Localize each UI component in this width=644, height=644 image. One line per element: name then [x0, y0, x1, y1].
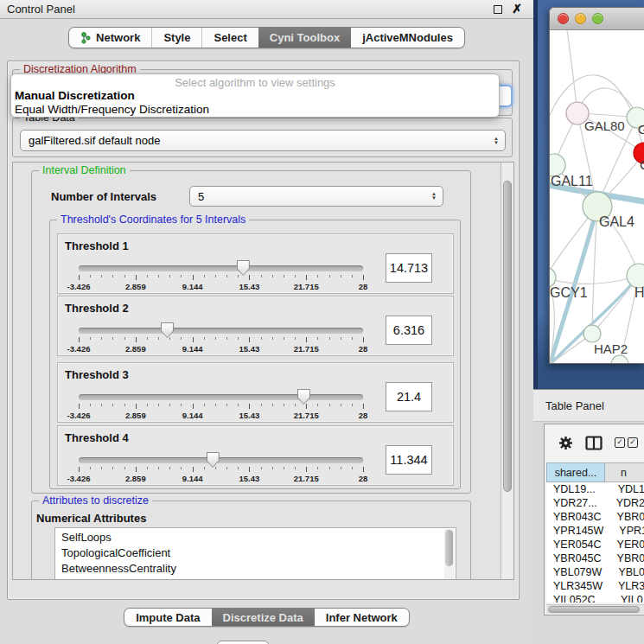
- node-hap2[interactable]: [583, 325, 601, 342]
- thresholds-group-title: Threshold's Coordinates for 5 Intervals: [57, 214, 249, 226]
- table-panel: Table Panel: [533, 389, 644, 644]
- slider-ticks: [79, 275, 363, 282]
- table-row[interactable]: YIL052CYIL0: [546, 593, 644, 603]
- table-row[interactable]: YBR045CYBR0: [546, 552, 644, 565]
- table-header-row: shared... n: [546, 462, 644, 482]
- combo-arrows-icon: ▲▼: [494, 137, 499, 145]
- slider-track[interactable]: [79, 457, 363, 463]
- node-label-gal4: GAL4: [599, 214, 634, 229]
- slider-thumb[interactable]: [161, 322, 174, 338]
- table-row[interactable]: YER054CYER0: [546, 538, 644, 552]
- minimize-traffic-icon[interactable]: [575, 13, 586, 24]
- network-canvas[interactable]: GAL80 GA C GAL11 GAL4 GCY1 H HAP2: [550, 30, 644, 364]
- numerical-attributes-label: Numerical Attributes: [36, 512, 146, 525]
- tab-infer-network[interactable]: Infer Network: [315, 609, 409, 626]
- close-icon[interactable]: ✗: [512, 2, 522, 16]
- tab-select[interactable]: Select: [201, 28, 258, 48]
- tab-network[interactable]: Network: [69, 28, 151, 48]
- float-window-icon[interactable]: [494, 5, 502, 14]
- table-data-group: Table Data galFiltered.sif default node …: [12, 118, 513, 157]
- attribute-item[interactable]: SelfLoops: [55, 530, 443, 545]
- select-rows-icon[interactable]: [628, 437, 638, 448]
- network-window-titlebar[interactable]: [550, 8, 644, 30]
- tab-style[interactable]: Style: [151, 28, 201, 48]
- threshold-panel-4: Threshold 4 -3.4262.8599.14415.4321.7152…: [57, 425, 454, 486]
- interval-group-title: Interval Definition: [39, 164, 130, 176]
- num-intervals-value: 5: [198, 190, 204, 203]
- slider-thumb[interactable]: [207, 452, 220, 468]
- node-table-box: shared... n YDL19...YDL1YDR27...YDR2YBR0…: [544, 424, 644, 615]
- gear-icon[interactable]: [558, 436, 573, 450]
- attribute-item[interactable]: TopologicalCoefficient: [55, 545, 443, 561]
- zoom-traffic-icon[interactable]: [592, 13, 603, 24]
- cyni-toolbox-panel: Discretization Algorithm Table Data galF…: [7, 61, 520, 600]
- attribute-item[interactable]: BetweennessCentrality: [55, 561, 443, 577]
- node-table-body: YDL19...YDL1YDR27...YDR2YBR043CYBR0YPR14…: [546, 482, 644, 603]
- table-row[interactable]: YDR27...YDR2: [546, 496, 644, 510]
- node-label-hap2: HAP2: [594, 341, 628, 356]
- table-data-combobox[interactable]: galFiltered.sif default node ▲▼: [20, 130, 506, 151]
- slider-thumb[interactable]: [297, 389, 310, 405]
- column-header-name[interactable]: n: [605, 462, 644, 482]
- top-tab-bar: Network Style Select Cyni Toolbox jActiv…: [0, 27, 533, 48]
- table-toolbar: [545, 424, 644, 461]
- node-label-c: C: [640, 157, 644, 172]
- threshold-value-field[interactable]: 11.344: [386, 445, 432, 475]
- network-window[interactable]: GAL80 GA C GAL11 GAL4 GCY1 H HAP2: [549, 7, 644, 364]
- scrollbar-thumb[interactable]: [548, 606, 640, 613]
- slider-thumb[interactable]: [237, 260, 250, 276]
- table-row[interactable]: YBL079WYBL0: [546, 565, 644, 579]
- scrollbar-thumb[interactable]: [503, 181, 512, 492]
- slider-track[interactable]: [79, 328, 363, 334]
- node-bottom[interactable]: [611, 355, 628, 364]
- threshold-value-field[interactable]: 6.316: [386, 316, 432, 345]
- threshold-value-field[interactable]: 14.713: [386, 253, 432, 283]
- slider-track[interactable]: [79, 394, 363, 400]
- node-h[interactable]: [627, 264, 644, 288]
- vertical-scrollbar[interactable]: [501, 163, 513, 579]
- control-panel-title-bar: Control Panel ✗: [0, 0, 533, 19]
- close-traffic-icon[interactable]: [558, 13, 569, 24]
- node-label-gcy1: GCY1: [550, 285, 588, 300]
- list-scrollbar[interactable]: [444, 529, 455, 579]
- slider-ticks: [79, 337, 363, 344]
- threshold-panel-1: Threshold 1 -3.4262.8599.14415.4321.7152…: [57, 233, 454, 294]
- tab-cyni-toolbox[interactable]: Cyni Toolbox: [258, 28, 351, 48]
- desktop-edge: [533, 0, 538, 389]
- num-intervals-label: Number of Intervals: [51, 190, 156, 203]
- attributes-group: Attributes to discretize Numerical Attri…: [31, 501, 471, 580]
- column-header-shared-name[interactable]: shared...: [546, 462, 605, 482]
- tab-jactivemnodules[interactable]: jActiveMNodules: [351, 28, 464, 48]
- table-row[interactable]: YBR043CYBR0: [546, 510, 644, 524]
- threshold-panel-3: Threshold 3 -3.4262.8599.14415.4321.7152…: [57, 362, 454, 423]
- node-label-gal80: GAL80: [584, 118, 625, 133]
- right-side: GAL80 GA C GAL11 GAL4 GCY1 H HAP2 Table …: [533, 0, 644, 644]
- bottom-tab-bar: Impute Data Discretize Data Infer Networ…: [0, 608, 533, 627]
- apply-button[interactable]: Apply: [217, 641, 269, 644]
- threshold-value-field[interactable]: 21.4: [386, 382, 432, 411]
- tab-impute-data[interactable]: Impute Data: [124, 609, 211, 626]
- slider-tick-labels: -3.4262.8599.14415.4321.71528: [79, 344, 363, 354]
- slider-tick-labels: -3.4262.8599.14415.4321.71528: [79, 411, 363, 420]
- select-columns-icon[interactable]: [615, 437, 625, 448]
- thresholds-group: Threshold's Coordinates for 5 Intervals …: [49, 220, 461, 489]
- table-row[interactable]: YDL19...YDL1: [546, 482, 644, 496]
- table-row[interactable]: YLR345WYLR3: [546, 579, 644, 593]
- panel-title: Control Panel: [7, 3, 75, 16]
- control-panel: Control Panel ✗ Network Style Select Cyn…: [0, 0, 533, 644]
- table-row[interactable]: YPR145WYPR1: [546, 524, 644, 538]
- tab-discretize-data[interactable]: Discretize Data: [212, 609, 315, 626]
- slider-track[interactable]: [79, 265, 363, 271]
- interval-definition-group: Interval Definition Number of Intervals …: [31, 170, 471, 494]
- numerical-attributes-list: SelfLoopsTopologicalCoefficientBetweenne…: [55, 530, 443, 577]
- horizontal-scrollbar[interactable]: [546, 604, 644, 614]
- numerical-attributes-listbox: SelfLoopsTopologicalCoefficientBetweenne…: [54, 527, 456, 580]
- num-intervals-combobox[interactable]: 5 ▲▼: [189, 186, 443, 207]
- dropdown-prompt: Select algorithm to view settings: [11, 74, 499, 89]
- attributes-group-title: Attributes to discretize: [39, 494, 152, 507]
- split-columns-icon[interactable]: [585, 436, 603, 450]
- dropdown-option-manual[interactable]: Manual Discretization: [11, 89, 499, 103]
- dropdown-option-equal-width[interactable]: Equal Width/Frequency Discretization: [11, 103, 499, 117]
- network-icon: [80, 32, 92, 44]
- algorithm-dropdown-popup: Select algorithm to view settings Manual…: [10, 73, 500, 118]
